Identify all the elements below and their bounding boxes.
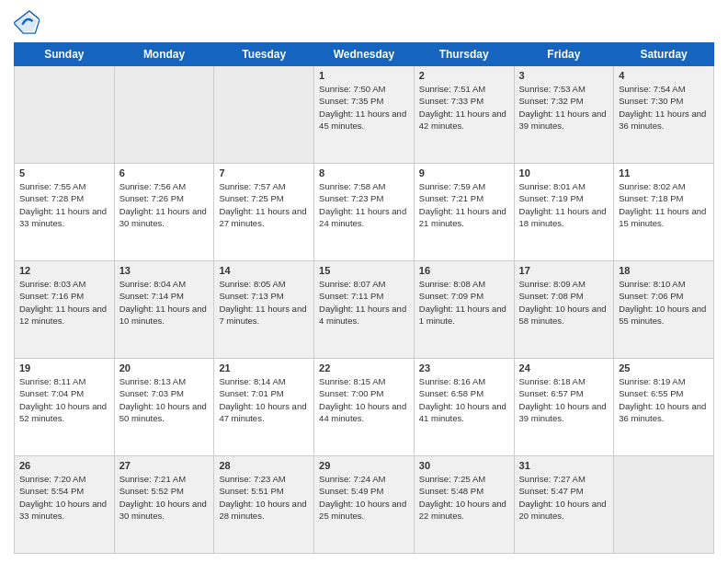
day-header-thursday: Thursday <box>414 43 514 66</box>
header <box>14 9 714 35</box>
day-info: Sunrise: 7:24 AM Sunset: 5:49 PM Dayligh… <box>319 473 409 522</box>
logo <box>14 9 43 35</box>
day-number: 22 <box>319 362 409 373</box>
calendar-cell: 8Sunrise: 7:58 AM Sunset: 7:23 PM Daylig… <box>314 164 415 261</box>
day-info: Sunrise: 8:15 AM Sunset: 7:00 PM Dayligh… <box>319 375 409 424</box>
day-info: Sunrise: 8:05 AM Sunset: 7:13 PM Dayligh… <box>219 278 309 327</box>
day-info: Sunrise: 8:08 AM Sunset: 7:09 PM Dayligh… <box>419 278 509 327</box>
day-number: 27 <box>119 460 210 471</box>
day-number: 23 <box>419 362 509 373</box>
calendar-cell: 3Sunrise: 7:53 AM Sunset: 7:32 PM Daylig… <box>514 66 614 164</box>
calendar-cell: 16Sunrise: 8:08 AM Sunset: 7:09 PM Dayli… <box>414 261 514 359</box>
day-info: Sunrise: 7:53 AM Sunset: 7:32 PM Dayligh… <box>519 83 609 132</box>
calendar-cell <box>214 66 314 164</box>
calendar-cell: 21Sunrise: 8:14 AM Sunset: 7:01 PM Dayli… <box>214 359 314 456</box>
calendar-cell: 18Sunrise: 8:10 AM Sunset: 7:06 PM Dayli… <box>614 261 714 359</box>
calendar-cell: 6Sunrise: 7:56 AM Sunset: 7:26 PM Daylig… <box>114 164 214 261</box>
calendar-cell: 26Sunrise: 7:20 AM Sunset: 5:54 PM Dayli… <box>15 456 115 554</box>
day-number: 26 <box>19 460 109 471</box>
calendar-cell: 14Sunrise: 8:05 AM Sunset: 7:13 PM Dayli… <box>214 261 314 359</box>
day-number: 7 <box>219 167 309 178</box>
day-info: Sunrise: 8:11 AM Sunset: 7:04 PM Dayligh… <box>19 375 109 424</box>
calendar-header-row: SundayMondayTuesdayWednesdayThursdayFrid… <box>15 43 714 66</box>
calendar-cell: 4Sunrise: 7:54 AM Sunset: 7:30 PM Daylig… <box>614 66 714 164</box>
day-number: 10 <box>519 167 609 178</box>
day-number: 21 <box>219 362 309 373</box>
day-number: 13 <box>119 265 210 276</box>
day-number: 17 <box>519 265 609 276</box>
calendar-cell: 12Sunrise: 8:03 AM Sunset: 7:16 PM Dayli… <box>15 261 115 359</box>
day-number: 15 <box>319 265 409 276</box>
calendar-cell: 1Sunrise: 7:50 AM Sunset: 7:35 PM Daylig… <box>314 66 415 164</box>
day-number: 31 <box>519 460 609 471</box>
day-info: Sunrise: 8:14 AM Sunset: 7:01 PM Dayligh… <box>219 375 309 424</box>
calendar-week-row: 19Sunrise: 8:11 AM Sunset: 7:04 PM Dayli… <box>15 359 714 456</box>
calendar-cell: 29Sunrise: 7:24 AM Sunset: 5:49 PM Dayli… <box>314 456 415 554</box>
calendar-cell <box>614 456 714 554</box>
calendar-cell: 27Sunrise: 7:21 AM Sunset: 5:52 PM Dayli… <box>114 456 214 554</box>
day-number: 6 <box>119 167 210 178</box>
day-number: 20 <box>119 362 210 373</box>
day-number: 3 <box>519 70 609 81</box>
day-number: 8 <box>319 167 409 178</box>
day-info: Sunrise: 8:13 AM Sunset: 7:03 PM Dayligh… <box>119 375 210 424</box>
calendar-cell: 17Sunrise: 8:09 AM Sunset: 7:08 PM Dayli… <box>514 261 614 359</box>
day-info: Sunrise: 8:04 AM Sunset: 7:14 PM Dayligh… <box>119 278 210 327</box>
calendar-cell: 23Sunrise: 8:16 AM Sunset: 6:58 PM Dayli… <box>414 359 514 456</box>
day-number: 14 <box>219 265 309 276</box>
day-info: Sunrise: 8:07 AM Sunset: 7:11 PM Dayligh… <box>319 278 409 327</box>
calendar-cell: 28Sunrise: 7:23 AM Sunset: 5:51 PM Dayli… <box>214 456 314 554</box>
calendar-cell: 10Sunrise: 8:01 AM Sunset: 7:19 PM Dayli… <box>514 164 614 261</box>
day-number: 19 <box>19 362 109 373</box>
day-header-tuesday: Tuesday <box>214 43 314 66</box>
day-number: 30 <box>419 460 509 471</box>
day-number: 2 <box>419 70 509 81</box>
day-info: Sunrise: 8:03 AM Sunset: 7:16 PM Dayligh… <box>19 278 109 327</box>
day-header-wednesday: Wednesday <box>314 43 415 66</box>
calendar-cell: 31Sunrise: 7:27 AM Sunset: 5:47 PM Dayli… <box>514 456 614 554</box>
day-number: 11 <box>619 167 709 178</box>
calendar-cell: 2Sunrise: 7:51 AM Sunset: 7:33 PM Daylig… <box>414 66 514 164</box>
day-info: Sunrise: 7:59 AM Sunset: 7:21 PM Dayligh… <box>419 180 509 229</box>
day-info: Sunrise: 7:54 AM Sunset: 7:30 PM Dayligh… <box>619 83 709 132</box>
day-number: 29 <box>319 460 409 471</box>
calendar-cell <box>114 66 214 164</box>
day-info: Sunrise: 7:21 AM Sunset: 5:52 PM Dayligh… <box>119 473 210 522</box>
day-info: Sunrise: 7:23 AM Sunset: 5:51 PM Dayligh… <box>219 473 309 522</box>
day-info: Sunrise: 8:09 AM Sunset: 7:08 PM Dayligh… <box>519 278 609 327</box>
day-number: 5 <box>19 167 109 178</box>
calendar-week-row: 5Sunrise: 7:55 AM Sunset: 7:28 PM Daylig… <box>15 164 714 261</box>
day-number: 4 <box>619 70 709 81</box>
day-info: Sunrise: 7:20 AM Sunset: 5:54 PM Dayligh… <box>19 473 109 522</box>
day-info: Sunrise: 7:50 AM Sunset: 7:35 PM Dayligh… <box>319 83 409 132</box>
day-header-sunday: Sunday <box>15 43 115 66</box>
calendar-cell: 11Sunrise: 8:02 AM Sunset: 7:18 PM Dayli… <box>614 164 714 261</box>
day-info: Sunrise: 8:16 AM Sunset: 6:58 PM Dayligh… <box>419 375 509 424</box>
calendar-cell: 5Sunrise: 7:55 AM Sunset: 7:28 PM Daylig… <box>15 164 115 261</box>
day-header-friday: Friday <box>514 43 614 66</box>
day-info: Sunrise: 7:57 AM Sunset: 7:25 PM Dayligh… <box>219 180 309 229</box>
day-number: 1 <box>319 70 409 81</box>
calendar-cell: 20Sunrise: 8:13 AM Sunset: 7:03 PM Dayli… <box>114 359 214 456</box>
day-info: Sunrise: 8:10 AM Sunset: 7:06 PM Dayligh… <box>619 278 709 327</box>
calendar-cell: 9Sunrise: 7:59 AM Sunset: 7:21 PM Daylig… <box>414 164 514 261</box>
calendar-cell: 13Sunrise: 8:04 AM Sunset: 7:14 PM Dayli… <box>114 261 214 359</box>
calendar-week-row: 12Sunrise: 8:03 AM Sunset: 7:16 PM Dayli… <box>15 261 714 359</box>
day-info: Sunrise: 8:02 AM Sunset: 7:18 PM Dayligh… <box>619 180 709 229</box>
calendar-week-row: 26Sunrise: 7:20 AM Sunset: 5:54 PM Dayli… <box>15 456 714 554</box>
day-info: Sunrise: 7:58 AM Sunset: 7:23 PM Dayligh… <box>319 180 409 229</box>
calendar-cell: 30Sunrise: 7:25 AM Sunset: 5:48 PM Dayli… <box>414 456 514 554</box>
day-number: 9 <box>419 167 509 178</box>
logo-icon <box>14 9 40 35</box>
day-number: 28 <box>219 460 309 471</box>
day-info: Sunrise: 7:51 AM Sunset: 7:33 PM Dayligh… <box>419 83 509 132</box>
day-number: 12 <box>19 265 109 276</box>
calendar-week-row: 1Sunrise: 7:50 AM Sunset: 7:35 PM Daylig… <box>15 66 714 164</box>
day-info: Sunrise: 7:27 AM Sunset: 5:47 PM Dayligh… <box>519 473 609 522</box>
day-header-monday: Monday <box>114 43 214 66</box>
calendar-cell: 19Sunrise: 8:11 AM Sunset: 7:04 PM Dayli… <box>15 359 115 456</box>
calendar-cell: 24Sunrise: 8:18 AM Sunset: 6:57 PM Dayli… <box>514 359 614 456</box>
day-header-saturday: Saturday <box>614 43 714 66</box>
day-info: Sunrise: 7:56 AM Sunset: 7:26 PM Dayligh… <box>119 180 210 229</box>
calendar-cell: 22Sunrise: 8:15 AM Sunset: 7:00 PM Dayli… <box>314 359 415 456</box>
